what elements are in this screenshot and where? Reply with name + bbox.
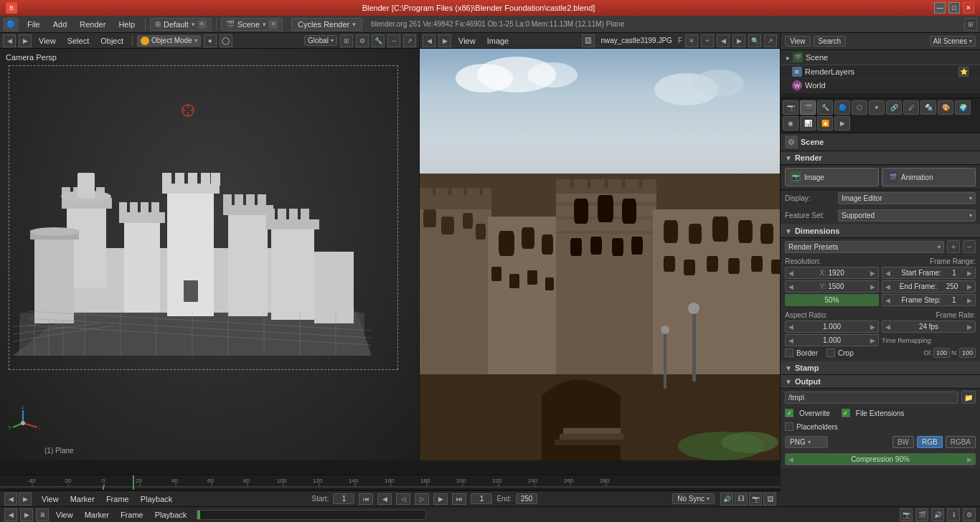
- border-check[interactable]: [785, 348, 793, 357]
- prev-frame-btn[interactable]: ◀: [377, 493, 392, 505]
- render-engine-selector[interactable]: Cycles Render ▾: [291, 18, 362, 31]
- stamp-section-header[interactable]: ▼ Stamp: [781, 361, 980, 375]
- sync-selector[interactable]: No Sync ▾: [672, 493, 715, 504]
- prop-icon-material[interactable]: 🔵: [834, 100, 850, 115]
- render-section-header[interactable]: ▼ Render: [781, 151, 980, 165]
- status-nav1[interactable]: ◀: [4, 508, 17, 521]
- next-frame-btn[interactable]: ▶: [433, 493, 448, 505]
- view-menu[interactable]: View: [34, 35, 60, 47]
- viewport-icon3[interactable]: 🔧: [372, 34, 385, 47]
- render-maximize[interactable]: ↗: [764, 34, 777, 47]
- scene-selector[interactable]: 🎬 Scene ▾ ✕: [221, 18, 283, 31]
- mode-selector[interactable]: Object Mode ▾: [137, 35, 201, 47]
- props-search-btn[interactable]: Search: [814, 36, 847, 47]
- status-audio-icon[interactable]: 🔊: [931, 508, 944, 521]
- current-frame-field[interactable]: 1: [471, 493, 492, 504]
- status-nav2[interactable]: ▶: [20, 508, 33, 521]
- prop-icon-up[interactable]: 🔼: [817, 116, 833, 130]
- close-button[interactable]: ✕: [963, 2, 974, 14]
- compression-field[interactable]: ◀ Compression 90% ▶: [785, 453, 976, 465]
- n-field[interactable]: 100: [959, 348, 976, 358]
- render-canvas[interactable]: [420, 49, 780, 460]
- resolution-percent-field[interactable]: 50%: [785, 294, 879, 306]
- status-settings-icon[interactable]: ⚙: [963, 508, 976, 521]
- status-playback-menu[interactable]: Playback: [151, 510, 192, 520]
- prop-icon-settings[interactable]: 🔧: [817, 100, 833, 115]
- global-selector[interactable]: Global ▾: [304, 35, 337, 46]
- file-ext-check[interactable]: ✓: [842, 409, 850, 417]
- scene-close[interactable]: ✕: [269, 20, 278, 29]
- render-animation-button[interactable]: 🎬 Animation: [882, 168, 976, 186]
- viewport-icon4[interactable]: ↔: [387, 34, 400, 47]
- resolution-y-field[interactable]: ◀ Y: 1500 ▶: [785, 280, 879, 293]
- prop-icon-scene2[interactable]: ◉: [783, 116, 798, 130]
- playback-icon2[interactable]: 🎞: [735, 493, 748, 506]
- feature-set-value[interactable]: Supported ▾: [838, 209, 976, 222]
- workspace-close[interactable]: ✕: [198, 20, 207, 29]
- object-menu[interactable]: Object: [96, 35, 128, 47]
- viewport-maximize[interactable]: ↗: [403, 34, 416, 47]
- playback-icon1[interactable]: 🔊: [720, 493, 733, 506]
- maximize-button[interactable]: □: [948, 2, 960, 14]
- prop-icon-draw[interactable]: 🖊: [903, 100, 919, 115]
- render-image-button[interactable]: 📷 Image: [785, 168, 879, 186]
- jump-start-btn[interactable]: ⏮: [359, 493, 373, 505]
- crop-check[interactable]: [826, 348, 835, 357]
- menu-add[interactable]: Add: [47, 19, 73, 30]
- prop-icon-data[interactable]: 📊: [800, 116, 816, 130]
- render-view-menu[interactable]: View: [454, 35, 480, 47]
- render-layers-item[interactable]: R RenderLayers ⭐: [781, 65, 980, 79]
- output-folder-icon[interactable]: 📁: [961, 391, 976, 404]
- format-rgba-btn[interactable]: RGBA: [946, 436, 976, 448]
- frame-rate-field[interactable]: ◀ 24 fps ▶: [882, 321, 976, 333]
- end-frame-field[interactable]: ◀ End Frame: 250 ▶: [882, 280, 976, 293]
- render-ctrl2[interactable]: +: [701, 34, 714, 47]
- playback-icon3[interactable]: 📷: [749, 493, 762, 506]
- playback-menu[interactable]: Playback: [136, 494, 177, 504]
- status-render-icon[interactable]: 📷: [900, 508, 913, 521]
- play-btn[interactable]: ▷: [415, 493, 429, 505]
- jump-end-btn[interactable]: ⏭: [452, 493, 466, 505]
- minimize-button[interactable]: —: [934, 2, 946, 14]
- format-type-selector[interactable]: PNG ▾: [785, 436, 828, 448]
- output-section-header[interactable]: ▼ Output: [781, 375, 980, 389]
- menu-help[interactable]: Help: [113, 19, 141, 30]
- viewport-3d-canvas[interactable]: Camera Persp: [0, 49, 419, 460]
- status-marker-menu[interactable]: Marker: [80, 510, 113, 520]
- nav-left1[interactable]: ◀: [4, 493, 17, 506]
- placeholders-check[interactable]: [785, 422, 793, 431]
- workspace-selector[interactable]: ⊞ Default ▾ ✕: [150, 18, 212, 31]
- playback-marker[interactable]: Marker: [66, 494, 99, 504]
- prop-icon-link[interactable]: 🔗: [886, 100, 902, 115]
- timeline-bar[interactable]: -40 -20 0 20 40 60 80 100 120: [0, 475, 781, 490]
- nav-left2[interactable]: ▶: [19, 493, 32, 506]
- start-field[interactable]: 1: [333, 493, 354, 504]
- viewport-nav-btn2[interactable]: ▶: [19, 34, 32, 47]
- display-value[interactable]: Image Editor ▾: [838, 192, 976, 204]
- prop-icon-world[interactable]: 🌍: [955, 100, 971, 115]
- ol-field[interactable]: 100: [933, 348, 950, 358]
- props-view-btn[interactable]: View: [785, 36, 811, 47]
- playback-icon4[interactable]: 🖼: [763, 493, 776, 506]
- output-path-field[interactable]: /tmp\: [785, 392, 958, 404]
- start-frame-field[interactable]: ◀ Start Frame: 1 ▶: [882, 267, 976, 279]
- reverse-play-btn[interactable]: ◁: [396, 493, 410, 505]
- all-scenes-selector[interactable]: All Scenes ▾: [930, 36, 976, 47]
- select-menu[interactable]: Select: [63, 35, 94, 47]
- status-view-menu[interactable]: View: [52, 510, 77, 520]
- render-ctrl4[interactable]: ▶: [732, 34, 745, 47]
- viewport-icon1[interactable]: ⊞: [340, 34, 353, 47]
- overwrite-check[interactable]: ✓: [785, 409, 793, 417]
- world-item[interactable]: W World: [781, 79, 980, 92]
- prop-icon-modifier[interactable]: ✦: [869, 100, 885, 115]
- fullscreen-icon[interactable]: ⊞: [964, 18, 977, 31]
- prop-icon-object[interactable]: ⬡: [852, 100, 867, 115]
- format-bw-btn[interactable]: BW: [892, 436, 914, 448]
- render-presets-field[interactable]: Render Presets ▾: [785, 241, 944, 253]
- render-image-menu[interactable]: Image: [483, 35, 514, 47]
- prop-icon-constraint[interactable]: 🔩: [920, 100, 936, 115]
- status-frame-menu[interactable]: Frame: [116, 510, 148, 520]
- render-layers-star[interactable]: ⭐: [958, 67, 969, 77]
- render-nav-btn2[interactable]: ▶: [438, 34, 451, 47]
- viewport-icon2[interactable]: ⚙: [356, 34, 369, 47]
